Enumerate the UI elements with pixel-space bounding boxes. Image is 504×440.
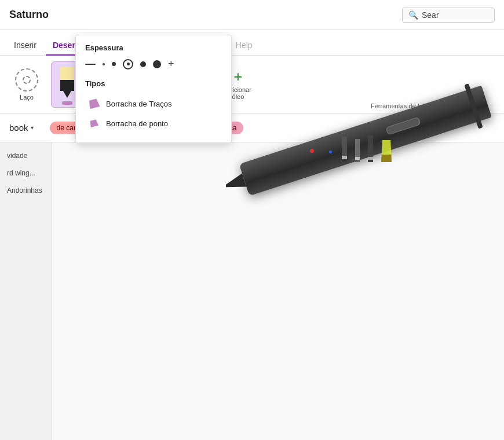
stroke-eraser-option[interactable]: Borracha de Traços bbox=[85, 94, 222, 113]
main-content bbox=[52, 142, 504, 440]
thickness-md-inner bbox=[127, 63, 130, 65]
pen-tip-selected bbox=[63, 91, 71, 98]
notebook-name: book bbox=[9, 123, 28, 133]
menu-help[interactable]: Help bbox=[229, 36, 260, 56]
thickness-title: Espessura bbox=[85, 43, 222, 52]
search-icon: 🔍 bbox=[408, 10, 418, 20]
thickness-plus-icon[interactable]: + bbox=[168, 58, 174, 70]
thickness-xs[interactable] bbox=[103, 63, 105, 65]
stroke-eraser-icon bbox=[87, 97, 100, 110]
lasso-label: Laço bbox=[20, 94, 34, 101]
eraser-dropdown: Espessura + Tipos Borracha de Traços Bor… bbox=[75, 35, 232, 143]
app-title: Saturno bbox=[9, 9, 49, 21]
notebook-chevron-icon[interactable]: ▾ bbox=[31, 124, 34, 131]
lasso-icon bbox=[15, 68, 38, 91]
pen-body-selected bbox=[60, 67, 74, 91]
thickness-row: + bbox=[85, 58, 222, 70]
search-box[interactable]: 🔍 bbox=[402, 8, 495, 23]
toolbar-section-label: Ferramentas de Inking bbox=[371, 102, 434, 109]
add-plus-icon: + bbox=[233, 69, 242, 84]
thickness-line[interactable] bbox=[85, 64, 96, 65]
lasso-tool[interactable]: Laço bbox=[9, 68, 44, 101]
point-eraser-label: Borracha de ponto bbox=[106, 119, 168, 128]
thickness-md[interactable] bbox=[123, 59, 133, 69]
thickness-xl[interactable] bbox=[153, 60, 161, 68]
sidebar-item-rdwing[interactable]: rd wing... bbox=[3, 167, 48, 179]
thickness-sm[interactable] bbox=[112, 62, 116, 66]
point-eraser-icon bbox=[87, 117, 100, 130]
pen-color-swatch bbox=[62, 101, 72, 105]
stroke-eraser-shape bbox=[87, 97, 100, 110]
sidebar-item-vidade: vidade bbox=[3, 149, 48, 162]
notebook-title[interactable]: book ▾ bbox=[9, 123, 34, 133]
content-area: vidade rd wing... Andorinhas bbox=[0, 142, 504, 440]
sidebar-item-andorinhas[interactable]: Andorinhas bbox=[3, 184, 48, 197]
stroke-eraser-label: Borracha de Traços bbox=[106, 100, 171, 108]
menu-inserir[interactable]: Inserir bbox=[7, 36, 43, 56]
title-bar: Saturno 🔍 bbox=[0, 0, 504, 30]
lasso-inner-circle bbox=[23, 76, 31, 84]
point-eraser-shape bbox=[89, 118, 98, 128]
types-title: Tipos bbox=[85, 79, 222, 88]
search-input[interactable] bbox=[422, 10, 485, 20]
left-sidebar: vidade rd wing... Andorinhas bbox=[0, 142, 52, 440]
point-eraser-option[interactable]: Borracha de ponto bbox=[85, 113, 222, 133]
thickness-lg[interactable] bbox=[140, 61, 146, 67]
